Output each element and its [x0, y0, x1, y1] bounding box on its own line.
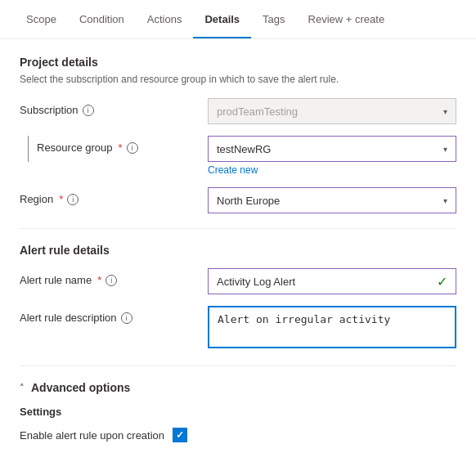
- resource-group-value: testNewRG: [217, 143, 271, 155]
- alert-rule-desc-row: Alert rule description i: [20, 306, 456, 351]
- nav-details[interactable]: Details: [193, 2, 251, 38]
- resource-group-label-container: Resource group * i: [20, 136, 208, 162]
- resource-group-control: testNewRG ▾ Create new: [208, 136, 456, 176]
- checkbox-checkmark-icon: ✓: [176, 429, 184, 441]
- resource-group-chevron-icon: ▾: [443, 145, 447, 154]
- alert-rule-details-title: Alert rule details: [20, 244, 456, 257]
- resource-group-label: Resource group * i: [29, 136, 208, 154]
- alert-rule-name-row: Alert rule name * i Activity Log Alert ✓: [20, 268, 456, 294]
- region-required: *: [59, 193, 63, 205]
- resource-group-required: *: [119, 141, 123, 154]
- subscription-chevron-icon: ▾: [443, 107, 447, 116]
- region-info-icon[interactable]: i: [67, 194, 79, 205]
- alert-rule-description-input[interactable]: [208, 306, 456, 348]
- resource-group-dropdown[interactable]: testNewRG ▾: [208, 136, 456, 162]
- name-info-icon[interactable]: i: [106, 275, 117, 286]
- settings-label: Settings: [20, 406, 456, 418]
- nav-scope[interactable]: Scope: [15, 2, 68, 38]
- advanced-chevron-icon: ˄: [20, 383, 25, 393]
- nav-tags[interactable]: Tags: [251, 2, 296, 38]
- alert-rule-name-input[interactable]: Activity Log Alert ✓: [208, 268, 456, 294]
- region-value: North Europe: [217, 195, 280, 207]
- create-new-link[interactable]: Create new: [208, 164, 258, 176]
- advanced-options-section: ˄ Advanced options Settings Enable alert…: [20, 381, 456, 442]
- alert-rule-name-value: Activity Log Alert: [217, 276, 295, 288]
- region-control: North Europe ▾: [208, 187, 456, 213]
- subscription-label: Subscription i: [20, 98, 208, 116]
- region-dropdown[interactable]: North Europe ▾: [208, 187, 456, 213]
- section-divider-1: [20, 228, 456, 229]
- advanced-options-header[interactable]: ˄ Advanced options: [20, 381, 456, 394]
- region-label: Region * i: [20, 187, 208, 205]
- top-navigation: Scope Condition Actions Details Tags Rev…: [0, 0, 476, 39]
- subscription-row: Subscription i prodTeamTesting ▾: [20, 98, 456, 124]
- enable-alert-row: Enable alert rule upon creation ✓: [20, 428, 456, 442]
- section-divider-2: [20, 366, 456, 366]
- desc-info-icon[interactable]: i: [121, 312, 132, 324]
- nav-condition[interactable]: Condition: [68, 2, 136, 38]
- alert-rule-desc-label: Alert rule description i: [20, 306, 208, 324]
- alert-rule-name-control: Activity Log Alert ✓: [208, 268, 456, 294]
- project-details-section: Project details Select the subscription …: [20, 56, 456, 213]
- alert-rule-desc-control: [208, 306, 456, 351]
- nav-actions[interactable]: Actions: [136, 2, 194, 38]
- region-chevron-icon: ▾: [443, 196, 447, 205]
- enable-alert-label: Enable alert rule upon creation: [20, 429, 164, 442]
- enable-alert-checkbox[interactable]: ✓: [173, 428, 187, 442]
- nav-review-create[interactable]: Review + create: [297, 2, 397, 38]
- alert-rule-name-label: Alert rule name * i: [20, 268, 208, 286]
- resource-group-row: Resource group * i testNewRG ▾ Create ne…: [20, 136, 456, 176]
- resource-group-info-icon[interactable]: i: [127, 142, 138, 154]
- advanced-options-title: Advanced options: [31, 381, 130, 394]
- name-required: *: [97, 274, 101, 286]
- subscription-info-icon[interactable]: i: [83, 105, 94, 116]
- checkbox-box: ✓: [173, 428, 187, 442]
- alert-rule-details-section: Alert rule details Alert rule name * i A…: [20, 244, 456, 351]
- project-details-desc: Select the subscription and resource gro…: [20, 74, 456, 85]
- name-check-icon: ✓: [437, 274, 447, 289]
- subscription-control: prodTeamTesting ▾: [208, 98, 456, 124]
- subscription-value: prodTeamTesting: [217, 105, 298, 118]
- main-content: Project details Select the subscription …: [0, 39, 476, 459]
- project-details-title: Project details: [20, 56, 456, 69]
- region-row: Region * i North Europe ▾: [20, 187, 456, 213]
- subscription-dropdown[interactable]: prodTeamTesting ▾: [208, 98, 456, 124]
